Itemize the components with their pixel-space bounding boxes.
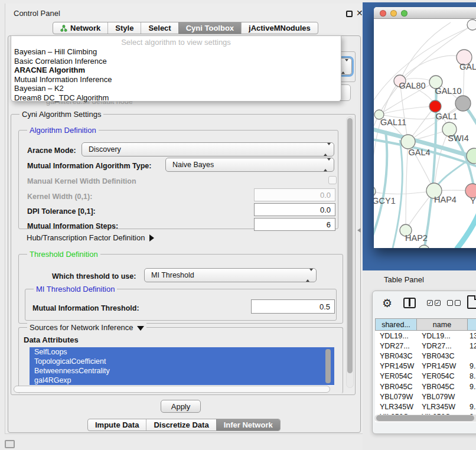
mi-steps-label: Mutual Information Steps:	[27, 222, 118, 230]
which-threshold-combobox[interactable]: MI Threshold	[144, 268, 317, 282]
minimized-panel-icon[interactable]	[5, 440, 15, 448]
dropdown-item[interactable]: Bayesian – K2	[11, 84, 341, 93]
algorithm-dropdown-popup: Select algorithm to view settings Bayesi…	[11, 35, 341, 102]
float-panel-icon[interactable]	[346, 11, 353, 17]
network-node[interactable]	[467, 19, 476, 30]
node-label: GAL80	[399, 81, 425, 90]
tab-select[interactable]: Select	[141, 22, 178, 34]
attribute-item[interactable]: BetweennessCentrality	[30, 366, 334, 376]
attribute-item[interactable]: TopologicalCoefficient	[30, 357, 334, 366]
network-node[interactable]	[401, 135, 415, 149]
node-table[interactable]: shared...nameAYDL19...YDL19...13YDR27...…	[375, 318, 476, 422]
attribute-item[interactable]: SelfLoops	[30, 347, 334, 357]
zoom-traffic-light[interactable]	[401, 10, 407, 17]
table-cell: 9.	[467, 381, 476, 392]
table-row[interactable]: YPR145WYPR145W9.	[375, 361, 476, 371]
network-node[interactable]	[419, 245, 429, 248]
close-panel-icon[interactable]: ✕	[356, 8, 363, 18]
table-row[interactable]: YBL079WYBL079W	[375, 392, 476, 402]
dropdown-item[interactable]: Dream8 DC_TDC Algorithm	[11, 93, 341, 103]
tab-cyni-toolbox[interactable]: Cyni Toolbox	[178, 22, 241, 34]
data-attributes-label: Data Attributes	[24, 335, 79, 344]
dpi-tolerance-input[interactable]: 0.0	[254, 203, 335, 216]
dropdown-item[interactable]: Mutual Information Inference	[11, 75, 341, 84]
table-cell: 13	[467, 331, 476, 341]
dropdown-item[interactable]: Bayesian – Hill Climbing	[11, 47, 341, 57]
table-row[interactable]: YBR045CYBR045C9.	[375, 381, 476, 392]
checkbox-checked-icon-2[interactable]: ✓	[435, 300, 441, 306]
collapsed-arrow-icon	[149, 234, 154, 242]
table-cell: 8.	[467, 371, 476, 381]
column-layout-icon[interactable]	[403, 298, 416, 308]
hub-definition-toggle[interactable]: Hub/Transcription Factor Definition	[27, 233, 154, 242]
tab-label: Infer Network	[224, 419, 273, 431]
attribute-list-scrollbar[interactable]	[325, 349, 331, 383]
mi-threshold-label: Mutual Information Threshold:	[32, 304, 139, 312]
gear-icon[interactable]: ⚙	[382, 296, 392, 310]
bottom-tab-discretize-data[interactable]: Discretize Data	[146, 419, 216, 431]
network-edge[interactable]	[457, 201, 476, 248]
table-row[interactable]: YER054CYER054C8.	[375, 371, 476, 381]
network-edge[interactable]	[406, 142, 408, 230]
table-cell: YLR345W	[375, 402, 417, 412]
tab-network[interactable]: Network	[53, 22, 107, 34]
tab-jactivemnodules[interactable]: jActiveMNodules	[241, 22, 318, 34]
expanded-arrow-icon	[137, 326, 144, 331]
network-window-titlebar[interactable]	[374, 7, 476, 19]
column-header[interactable]: shared...	[375, 319, 417, 330]
table-cell	[467, 351, 476, 361]
mi-steps-input[interactable]: 6	[254, 218, 335, 231]
column-header[interactable]: A	[467, 319, 476, 330]
mi-threshold-input[interactable]: 0.5	[251, 299, 335, 314]
checkbox-unchecked-icon-1[interactable]	[447, 300, 453, 306]
table-row[interactable]: YDR27...YDR27...12	[375, 341, 476, 351]
mi-threshold-definition-box: MI Threshold Definition Mutual Informati…	[25, 289, 337, 321]
splitter-collapse-icon[interactable]	[357, 228, 361, 233]
table-row[interactable]: YBR043CYBR043C	[375, 351, 476, 361]
close-traffic-light[interactable]	[380, 10, 386, 17]
manual-kernel-width-checkbox[interactable]	[328, 176, 337, 184]
data-attributes-list[interactable]: SelfLoopsTopologicalCoefficientBetweenne…	[30, 347, 334, 386]
table-row[interactable]: YLR345WYLR345W9.	[375, 402, 476, 412]
aracne-mode-combobox[interactable]: Discovery	[81, 142, 334, 156]
dropdown-item[interactable]: ARACNE Algorithm	[11, 66, 341, 75]
settings-vertical-scrollbar[interactable]	[346, 116, 354, 388]
network-node[interactable]	[374, 186, 376, 197]
minimize-traffic-light[interactable]	[390, 10, 397, 17]
table-row[interactable]: YDL19...YDL19...13	[375, 331, 476, 341]
checkbox-checked-icon-1[interactable]: ✓	[427, 300, 433, 306]
network-node[interactable]	[455, 96, 471, 111]
bottom-tab-infer-network[interactable]: Infer Network	[216, 419, 280, 431]
checkbox-unchecked-icon-2[interactable]	[455, 300, 461, 306]
attribute-item[interactable]: gal4RGexp	[30, 376, 334, 385]
table-cell: YBL079W	[417, 392, 467, 402]
network-edge[interactable]	[374, 131, 387, 244]
threshold-definition-box: Threshold Definition Which threshold to …	[18, 254, 343, 324]
network-edge[interactable]	[379, 106, 435, 115]
sources-title[interactable]: Sources for Network Inference	[27, 323, 146, 332]
bottom-tab-impute-data[interactable]: Impute Data	[88, 419, 146, 431]
table-cell: YDR27...	[375, 341, 417, 351]
kernel-width-input[interactable]: 0.0	[254, 188, 335, 201]
mi-algorithm-type-combobox[interactable]: Naive Bayes	[165, 158, 334, 172]
table-cell: YBR043C	[375, 351, 417, 361]
tab-label: Discretize Data	[154, 419, 208, 431]
document-icon[interactable]	[467, 295, 476, 309]
table-cell: YDR27...	[417, 341, 467, 351]
network-edge[interactable]	[400, 22, 451, 81]
algorithm-definition-title: Algorithm Definition	[27, 126, 99, 135]
dropdown-item[interactable]: Basic Correlation Inference	[11, 57, 341, 66]
apply-button[interactable]: Apply	[161, 400, 201, 413]
column-header[interactable]: name	[417, 319, 467, 330]
tab-label: jActiveMNodules	[249, 22, 311, 34]
tab-style[interactable]: Style	[107, 22, 141, 34]
network-canvas[interactable]: GALGAL80GAL10GAL1GAL11GAL4SWI4GCY1HAP4YH…	[374, 19, 476, 248]
table-horizontal-scrollbar[interactable]	[374, 415, 476, 422]
mi-algorithm-type-label: Mutual Information Algorithm Type:	[27, 162, 151, 170]
network-view-window[interactable]: GALGAL80GAL10GAL1GAL11GAL4SWI4GCY1HAP4YH…	[374, 7, 476, 248]
network-node[interactable]	[429, 100, 441, 112]
dropdown-placeholder: Select algorithm to view settings	[11, 37, 341, 47]
table-cell: YBL079W	[375, 392, 417, 402]
settings-horizontal-scrollbar[interactable]	[14, 386, 330, 393]
table-cell: 12	[467, 341, 476, 351]
